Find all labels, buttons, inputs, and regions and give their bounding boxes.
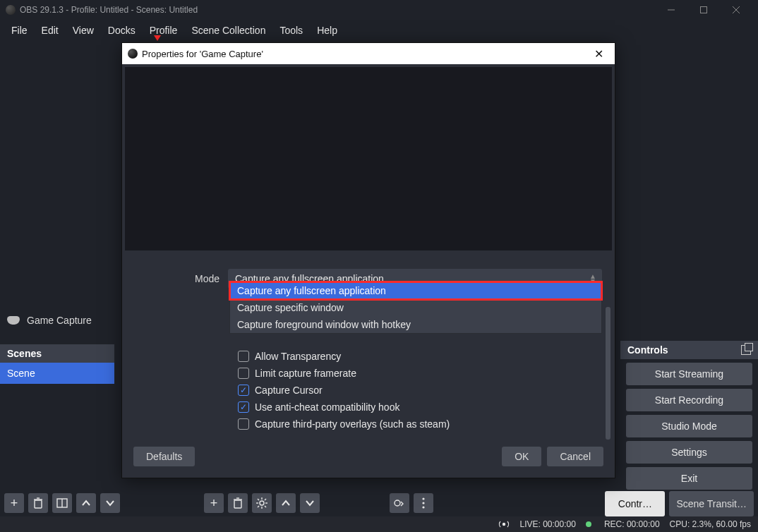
svg-line-17	[258, 499, 259, 500]
menu-tools[interactable]: Tools	[272, 22, 310, 39]
source-preview	[125, 67, 612, 250]
status-rec: REC: 00:00:00	[604, 519, 660, 529]
menu-profile[interactable]: Profile	[143, 22, 185, 39]
add-source-button[interactable]: +	[204, 493, 224, 513]
checkbox-checked-icon: ✓	[238, 385, 249, 396]
dialog-title: Properties for 'Game Capture'	[142, 49, 263, 59]
checkbox-icon	[238, 368, 249, 379]
menu-docks[interactable]: Docks	[101, 22, 143, 39]
svg-point-21	[395, 500, 400, 506]
capture-cursor-row[interactable]: ✓ Capture Cursor	[238, 385, 602, 396]
left-docks: Game Capture Scenes Scene	[0, 309, 114, 490]
checkbox-icon	[238, 351, 249, 362]
exit-button[interactable]: Exit	[626, 467, 752, 490]
menu-scene-collection[interactable]: Scene Collection	[184, 22, 272, 39]
dialog-titlebar[interactable]: Properties for 'Game Capture' ✕	[122, 43, 615, 64]
scene-move-down-button[interactable]	[100, 493, 120, 513]
svg-rect-4	[35, 500, 42, 508]
status-cpu: CPU: 2.3%, 60.00 fps	[670, 519, 751, 529]
mode-label: Mode	[135, 273, 219, 284]
allow-transparency-row[interactable]: Allow Transparency	[238, 351, 602, 362]
checkbox-checked-icon: ✓	[238, 401, 249, 413]
anticheat-row[interactable]: ✓ Use anti-cheat compatibility hook	[238, 401, 602, 413]
svg-line-18	[265, 506, 266, 507]
remove-scene-button[interactable]	[28, 493, 48, 513]
checkbox-label: Capture Cursor	[255, 385, 323, 396]
rec-dot-icon	[586, 521, 591, 527]
mode-dropdown: Capture any fullscreen application Captu…	[229, 282, 602, 334]
mode-option-specific-window[interactable]: Capture specific window	[230, 299, 601, 316]
checkbox-label: Use anti-cheat compatibility hook	[255, 401, 399, 413]
svg-point-25	[503, 523, 505, 525]
start-streaming-button[interactable]: Start Streaming	[626, 363, 752, 385]
studio-mode-button[interactable]: Studio Mode	[626, 415, 752, 437]
svg-point-12	[260, 501, 264, 505]
add-scene-button[interactable]: +	[4, 493, 24, 513]
controls-dock: Controls Start Streaming Start Recording…	[620, 341, 758, 493]
minimize-button[interactable]	[655, 0, 687, 20]
checkbox-label: Capture third-party overlays (such as st…	[255, 418, 450, 430]
mixer-toolbar	[390, 493, 433, 513]
gamepad-icon	[7, 316, 20, 325]
svg-line-20	[258, 506, 259, 507]
broadcast-icon	[498, 520, 510, 528]
checkbox-label: Allow Transparency	[255, 351, 341, 362]
menu-edit[interactable]: Edit	[35, 22, 66, 39]
menu-file[interactable]: File	[4, 22, 35, 39]
svg-point-24	[422, 506, 424, 508]
svg-line-19	[265, 499, 266, 500]
status-bar: LIVE: 00:00:00 REC: 00:00:00 CPU: 2.3%, …	[0, 516, 758, 532]
scene-item-selected[interactable]: Scene	[0, 363, 114, 384]
scene-filters-button[interactable]	[52, 493, 72, 513]
thirdparty-overlays-row[interactable]: Capture third-party overlays (such as st…	[238, 418, 602, 430]
settings-button[interactable]: Settings	[626, 441, 752, 464]
menu-view[interactable]: View	[66, 22, 101, 39]
checkbox-label: Limit capture framerate	[255, 368, 356, 379]
maximize-button[interactable]	[687, 0, 720, 20]
mixer-menu-button[interactable]	[414, 493, 433, 513]
cancel-button[interactable]: Cancel	[547, 447, 603, 466]
dialog-close-button[interactable]: ✕	[589, 47, 609, 61]
menu-bar: File Edit View Docks Profile Scene Colle…	[0, 20, 758, 41]
tab-scene-transitions[interactable]: Scene Transit…	[669, 491, 754, 516]
status-live: LIVE: 00:00:00	[519, 519, 575, 529]
properties-dialog: Properties for 'Game Capture' ✕ Mode Cap…	[121, 42, 615, 478]
scene-move-up-button[interactable]	[76, 493, 96, 513]
scenes-toolbar: +	[4, 493, 120, 513]
window-title: OBS 29.1.3 - Profile: Untitled - Scenes:…	[20, 5, 655, 15]
checkbox-icon	[238, 418, 249, 430]
undock-icon[interactable]	[741, 345, 751, 355]
sources-toolbar: +	[204, 493, 320, 513]
limit-framerate-row[interactable]: Limit capture framerate	[238, 368, 602, 379]
defaults-button[interactable]: Defaults	[133, 447, 195, 466]
obs-logo-icon	[6, 5, 16, 15]
svg-rect-9	[234, 500, 241, 508]
ok-button[interactable]: OK	[502, 447, 541, 466]
dialog-buttons: Defaults OK Cancel	[122, 438, 615, 478]
controls-header: Controls	[627, 344, 668, 356]
dialog-scrollbar[interactable]	[606, 307, 610, 440]
source-item-label: Game Capture	[27, 315, 92, 326]
dock-tabs: Contr… Scene Transit…	[605, 491, 754, 516]
source-move-up-button[interactable]	[276, 493, 296, 513]
start-recording-button[interactable]: Start Recording	[626, 389, 752, 411]
mixer-settings-button[interactable]	[390, 493, 409, 513]
svg-rect-1	[701, 7, 707, 13]
close-button[interactable]	[720, 0, 752, 20]
dialog-form: Mode Capture any fullscreen application …	[122, 253, 615, 438]
annotation-arrow-icon	[154, 35, 161, 41]
source-item-game-capture[interactable]: Game Capture	[0, 309, 114, 332]
svg-point-22	[422, 497, 424, 500]
window-titlebar: OBS 29.1.3 - Profile: Untitled - Scenes:…	[0, 0, 758, 20]
source-move-down-button[interactable]	[300, 493, 320, 513]
obs-logo-icon	[128, 49, 138, 59]
svg-point-23	[422, 502, 424, 504]
scenes-header: Scenes	[0, 344, 114, 363]
menu-help[interactable]: Help	[310, 22, 344, 39]
remove-source-button[interactable]	[228, 493, 248, 513]
mode-option-foreground-hotkey[interactable]: Capture foreground window with hotkey	[230, 316, 601, 333]
mode-option-fullscreen[interactable]: Capture any fullscreen application	[230, 282, 601, 299]
source-properties-button[interactable]	[252, 493, 272, 513]
tab-controls[interactable]: Contr…	[605, 491, 665, 516]
